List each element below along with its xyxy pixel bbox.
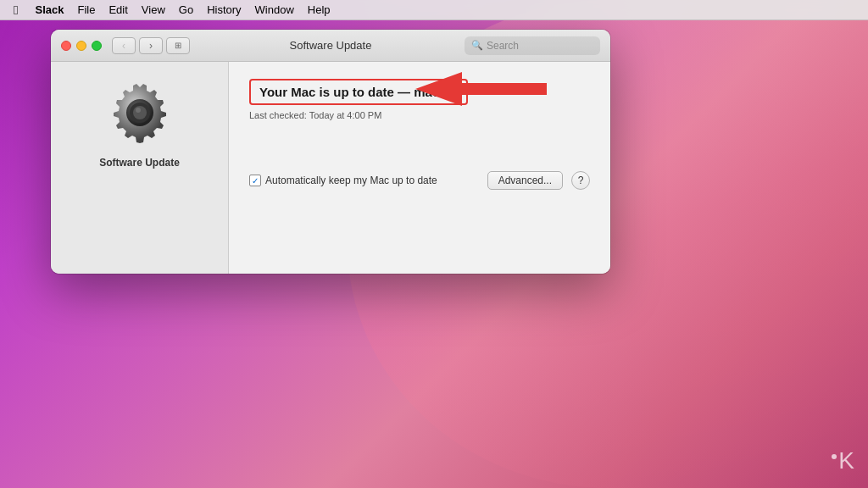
minimize-button[interactable] [76,41,86,51]
search-bar[interactable]: 🔍 Search [465,36,600,55]
kb-watermark: K [832,447,854,474]
window-title-bar: ‹ › ⊞ Software Update 🔍 Search [51,30,610,62]
gear-icon-container [106,79,174,147]
menu-bar:  Slack File Edit View Go History Window… [0,0,868,20]
window-menu-label: Window [255,3,294,16]
auto-update-checkbox[interactable]: ✓ [249,175,261,186]
svg-point-3 [136,108,141,113]
edit-menu[interactable]: Edit [102,0,134,19]
svg-marker-4 [415,72,547,106]
checkbox-checkmark-icon: ✓ [252,176,259,186]
traffic-lights [61,41,102,51]
file-menu[interactable]: File [70,0,102,19]
grid-icon: ⊞ [175,41,181,50]
software-update-window: ‹ › ⊞ Software Update 🔍 Search [51,30,610,274]
app-name-label: Slack [35,3,64,16]
nav-buttons: ‹ › [112,37,163,54]
apple-menu[interactable]:  [7,0,28,19]
kb-letter: K [838,447,854,474]
search-placeholder: Search [487,40,519,52]
close-button[interactable] [61,41,71,51]
window-title: Software Update [290,39,372,52]
history-menu-label: History [207,3,241,16]
window-menu[interactable]: Window [248,0,301,19]
go-menu-label: Go [179,3,193,16]
sidebar: Software Update [51,62,229,274]
gear-icon [106,79,174,147]
grid-view-button[interactable]: ⊞ [166,37,190,54]
app-name-menu[interactable]: Slack [28,0,70,19]
file-menu-label: File [77,3,95,16]
sidebar-label: Software Update [99,157,180,169]
bottom-bar: ✓ Automatically keep my Mac up to date A… [249,171,590,190]
forward-chevron-icon: › [149,40,153,52]
apple-logo-icon:  [14,3,18,17]
edit-menu-label: Edit [108,3,127,16]
auto-update-checkbox-container[interactable]: ✓ Automatically keep my Mac up to date [249,175,437,186]
forward-button[interactable]: › [139,37,163,54]
help-button[interactable]: ? [571,171,590,190]
maximize-button[interactable] [92,41,102,51]
help-menu[interactable]: Help [301,0,337,19]
red-arrow-annotation [415,68,551,114]
search-icon: 🔍 [471,40,483,51]
back-button[interactable]: ‹ [112,37,136,54]
arrow-svg [415,68,551,110]
view-menu[interactable]: View [135,0,172,19]
go-menu[interactable]: Go [172,0,200,19]
kb-dot-icon [832,454,837,459]
view-menu-label: View [142,3,165,16]
back-chevron-icon: ‹ [122,40,125,52]
auto-update-label: Automatically keep my Mac up to date [265,175,437,186]
advanced-button[interactable]: Advanced... [487,171,563,190]
help-menu-label: Help [308,3,331,16]
svg-point-2 [133,106,147,119]
history-menu[interactable]: History [200,0,248,19]
